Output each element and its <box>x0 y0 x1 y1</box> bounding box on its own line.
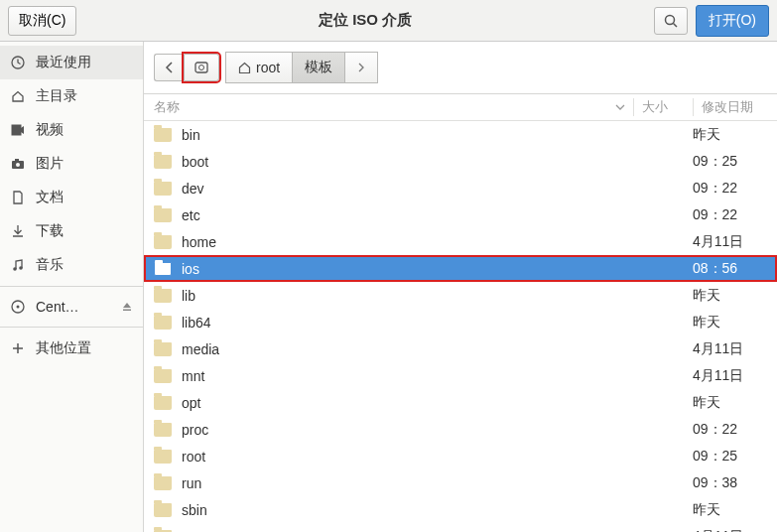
sidebar-divider <box>0 327 143 328</box>
cancel-button[interactable]: 取消(C) <box>8 6 76 36</box>
folder-icon <box>154 369 172 383</box>
chevron-left-icon <box>165 62 174 73</box>
sidebar-item-label: 主目录 <box>36 87 77 105</box>
camera-icon <box>10 156 26 172</box>
file-date: 4月11日 <box>693 233 767 251</box>
sidebar-item-2[interactable]: 视频 <box>0 113 143 147</box>
sidebar-device[interactable]: Cent… <box>0 291 143 323</box>
file-row[interactable]: mnt4月11日 <box>144 362 777 389</box>
file-name: boot <box>182 154 693 170</box>
breadcrumb-current-label: 模板 <box>305 59 332 76</box>
file-list[interactable]: bin昨天boot09：25dev09：22etc09：22home4月11日i… <box>144 121 777 532</box>
file-row[interactable]: srv4月11日 <box>144 523 777 532</box>
folder-icon <box>154 342 172 356</box>
file-name: sbin <box>182 502 693 518</box>
nav-back-button[interactable] <box>154 54 184 81</box>
column-date[interactable]: 修改日期 <box>693 98 767 116</box>
svg-marker-11 <box>123 303 131 308</box>
file-name: bin <box>182 127 693 143</box>
disc-icon <box>10 299 26 315</box>
svg-point-10 <box>17 306 20 309</box>
file-date: 昨天 <box>693 501 767 519</box>
file-row[interactable]: bin昨天 <box>144 121 777 148</box>
file-row[interactable]: lib64昨天 <box>144 309 777 335</box>
file-date: 4月11日 <box>693 367 767 385</box>
sidebar-item-0[interactable]: 最近使用 <box>0 46 143 79</box>
svg-rect-12 <box>123 310 131 312</box>
sidebar-device-label: Cent… <box>36 299 79 315</box>
svg-rect-3 <box>12 125 21 135</box>
folder-icon <box>154 289 172 303</box>
plus-icon <box>10 340 26 356</box>
home-icon <box>10 88 26 104</box>
search-button[interactable] <box>654 7 688 35</box>
file-row[interactable]: sbin昨天 <box>144 496 777 523</box>
sidebar-item-label: 最近使用 <box>36 54 91 71</box>
dialog-title: 定位 ISO 介质 <box>76 11 653 30</box>
eject-icon[interactable] <box>121 301 133 313</box>
file-row[interactable]: media4月11日 <box>144 335 777 362</box>
file-name: srv <box>182 529 693 533</box>
sidebar: 最近使用主目录视频图片文档下载音乐 Cent… 其他位置 <box>0 42 144 532</box>
sidebar-item-label: 文档 <box>36 189 64 206</box>
sidebar-item-1[interactable]: 主目录 <box>0 79 143 113</box>
file-date: 昨天 <box>693 126 767 144</box>
file-date: 09：38 <box>693 474 767 492</box>
sidebar-other-locations[interactable]: 其他位置 <box>0 332 143 365</box>
file-row[interactable]: lib昨天 <box>144 282 777 309</box>
breadcrumb-root[interactable]: root <box>225 52 292 83</box>
folder-icon <box>154 476 172 490</box>
file-name: opt <box>182 395 693 411</box>
nav-buttons <box>154 54 219 81</box>
drive-icon <box>194 61 208 74</box>
file-date: 08：56 <box>693 260 767 278</box>
chevron-right-icon <box>357 63 365 72</box>
file-row[interactable]: root09：25 <box>144 443 777 469</box>
sidebar-item-label: 音乐 <box>36 256 64 274</box>
sidebar-item-5[interactable]: 下载 <box>0 214 143 248</box>
column-size[interactable]: 大小 <box>633 98 693 116</box>
breadcrumb-more[interactable] <box>344 52 378 83</box>
file-row[interactable]: run09：38 <box>144 469 777 496</box>
nav-filesystem-button[interactable] <box>184 54 219 81</box>
sidebar-item-3[interactable]: 图片 <box>0 147 143 181</box>
sidebar-item-4[interactable]: 文档 <box>0 181 143 214</box>
file-name: proc <box>182 422 693 438</box>
file-row[interactable]: proc09：22 <box>144 416 777 443</box>
file-name: media <box>182 341 693 357</box>
column-name[interactable]: 名称 <box>154 98 633 116</box>
folder-icon <box>154 155 172 169</box>
search-icon <box>664 14 678 28</box>
file-date: 4月11日 <box>693 340 767 358</box>
clock-icon <box>10 55 26 70</box>
home-icon <box>238 62 251 74</box>
file-row[interactable]: ios08：56 <box>144 255 777 282</box>
sidebar-other-label: 其他位置 <box>36 339 91 357</box>
file-row[interactable]: etc09：22 <box>144 201 777 228</box>
sidebar-item-6[interactable]: 音乐 <box>0 248 143 282</box>
open-button[interactable]: 打开(O) <box>696 5 769 37</box>
video-icon <box>10 122 26 138</box>
file-name: dev <box>182 181 693 197</box>
folder-icon <box>154 503 172 517</box>
file-row[interactable]: dev09：22 <box>144 175 777 201</box>
file-name: mnt <box>182 368 693 384</box>
file-row[interactable]: boot09：25 <box>144 148 777 175</box>
file-date: 09：22 <box>693 180 767 198</box>
file-row[interactable]: home4月11日 <box>144 228 777 255</box>
svg-point-7 <box>13 267 17 271</box>
sort-desc-icon <box>615 103 625 111</box>
file-name: home <box>182 234 693 250</box>
dialog-header: 取消(C) 定位 ISO 介质 打开(O) <box>0 0 777 42</box>
file-date: 09：22 <box>693 421 767 439</box>
file-date: 4月11日 <box>693 528 767 533</box>
file-row[interactable]: opt昨天 <box>144 389 777 416</box>
folder-icon <box>154 208 172 222</box>
file-name: root <box>182 449 693 465</box>
svg-rect-6 <box>15 159 19 161</box>
file-name: etc <box>182 207 693 223</box>
svg-point-14 <box>199 66 204 70</box>
breadcrumb-current[interactable]: 模板 <box>292 52 344 83</box>
breadcrumb-root-label: root <box>256 60 280 75</box>
main-panel: root 模板 名称 大小 修改日期 bin昨天boot09：25dev09：2… <box>144 42 777 532</box>
